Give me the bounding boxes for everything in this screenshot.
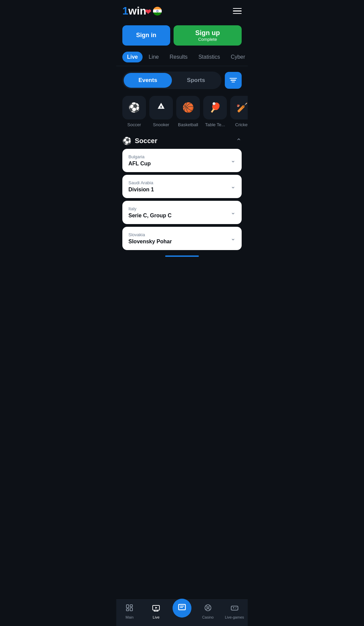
match-expand-icon-afl[interactable]: ⌄ [231,157,236,164]
svg-point-3 [160,104,162,106]
bottom-nav-live[interactable]: Live [146,604,166,619]
casino-nav-icon [204,604,212,614]
match-country-division1: Saudi Arabia [128,180,231,185]
cricket-label: Cricket [235,122,248,127]
india-flag [153,7,162,16]
soccer-section-header: ⚽ Soccer ⌃ [116,132,248,149]
bottom-nav: Main Live [116,599,248,626]
match-expand-icon-division1[interactable]: ⌄ [231,183,236,190]
svg-marker-9 [155,607,157,609]
scroll-bar [165,255,199,257]
svg-point-1 [159,106,161,108]
cricket-icon: 🏏 [230,96,248,119]
match-name-division1: Division 1 [128,187,231,193]
match-expand-icon-slovensky[interactable]: ⌄ [231,235,236,242]
tab-results[interactable]: Results [165,52,192,62]
tab-live[interactable]: Live [122,52,143,62]
live-games-nav-label: Live-games [225,615,244,619]
match-card-division1[interactable]: Saudi Arabia Division 1 ⌄ [122,175,242,198]
soccer-label: Soccer [127,122,141,127]
bottom-nav-main[interactable]: Main [119,604,140,619]
bottom-nav-casino[interactable]: Casino [198,604,218,619]
svg-rect-5 [126,609,129,611]
table-tennis-label: Table Te... [205,122,225,127]
svg-point-18 [235,608,236,608]
match-country-seriec: Italy [128,206,231,211]
sports-toggle-btn[interactable]: Sports [172,73,220,88]
toggle-row: Events Sports [116,66,248,92]
match-card-slovensky[interactable]: Slovakia Slovensky Pohar ⌄ [122,227,242,250]
match-country-afl: Bulgaria [128,154,231,159]
logo-heart: ❤ [145,8,151,17]
match-name-afl: AFL Cup [128,161,231,167]
events-toggle-btn[interactable]: Events [124,73,172,88]
svg-point-16 [209,609,210,610]
auth-buttons: Sign in Sign up Complete [116,22,248,50]
sport-item-basketball[interactable]: 🏀 Basketball [176,96,200,127]
sport-item-cricket[interactable]: 🏏 Cricket [230,96,248,127]
match-info-afl: Bulgaria AFL Cup [128,154,231,167]
match-card-seriec[interactable]: Italy Serie C, Group C ⌄ [122,201,242,224]
bottom-nav-live-games[interactable]: Live-games [224,604,245,619]
signup-label: Sign up [195,29,220,36]
hamburger-menu[interactable] [233,8,242,14]
filter-icon [230,78,237,83]
signup-button[interactable]: Sign up Complete [174,25,242,46]
match-info-division1: Saudi Arabia Division 1 [128,180,231,193]
match-country-slovensky: Slovakia [128,232,231,237]
match-expand-icon-seriec[interactable]: ⌄ [231,209,236,216]
svg-point-11 [205,605,211,611]
bets-center-icon [177,602,187,614]
svg-rect-4 [126,605,129,608]
soccer-section-label: Soccer [135,137,157,145]
filter-button[interactable] [225,72,242,89]
svg-point-19 [236,607,237,608]
main-nav-label: Main [125,615,133,619]
tab-line[interactable]: Line [144,52,163,62]
sports-row: ⚽ Soccer Snooker 🏀 Basketball 🏓 Table Te… [116,92,248,132]
main-nav-icon [125,604,133,614]
table-tennis-icon: 🏓 [203,96,227,119]
match-list: Bulgaria AFL Cup ⌄ Saudi Arabia Division… [116,149,248,250]
svg-rect-6 [130,605,132,607]
signup-complete: Complete [177,37,238,42]
sport-item-snooker[interactable]: Snooker [149,96,173,127]
soccer-icon: ⚽ [122,96,146,119]
logo-win: win [128,5,146,17]
logo-1: 1 [122,5,128,17]
tab-statistics[interactable]: Statistics [194,52,225,62]
signin-button[interactable]: Sign in [122,25,170,46]
events-sports-toggle: Events Sports [122,72,221,89]
scroll-indicator [116,250,248,258]
soccer-collapse-icon[interactable]: ⌃ [236,137,242,145]
match-info-slovensky: Slovakia Slovensky Pohar [128,232,231,245]
casino-nav-label: Casino [202,615,214,619]
svg-point-15 [206,609,207,610]
match-name-seriec: Serie C, Group C [128,213,231,219]
match-card-afl[interactable]: Bulgaria AFL Cup ⌄ [122,149,242,172]
live-nav-icon [152,604,160,614]
header: 1win❤ [116,0,248,22]
logo-area: 1win❤ [122,5,162,17]
svg-point-13 [206,606,207,607]
basketball-icon: 🏀 [176,96,200,119]
match-info-seriec: Italy Serie C, Group C [128,206,231,219]
svg-point-14 [209,606,210,607]
svg-point-2 [161,106,163,108]
snooker-label: Snooker [153,122,169,127]
tab-cyber[interactable]: Cyber [226,52,248,62]
live-games-nav-icon [231,604,239,614]
live-nav-label: Live [153,615,159,619]
bottom-nav-bets-center[interactable] [173,599,191,618]
snooker-icon [149,96,173,119]
match-name-slovensky: Slovensky Pohar [128,239,231,245]
basketball-label: Basketball [178,122,198,127]
soccer-section-title: ⚽ Soccer [122,137,157,145]
svg-point-12 [207,607,209,609]
soccer-section-icon: ⚽ [122,137,131,145]
sport-item-soccer[interactable]: ⚽ Soccer [122,96,146,127]
svg-rect-17 [231,606,238,610]
svg-rect-7 [130,608,132,611]
sport-item-table-tennis[interactable]: 🏓 Table Te... [203,96,227,127]
nav-tabs: Live Line Results Statistics Cyber 🔍 [116,50,248,66]
